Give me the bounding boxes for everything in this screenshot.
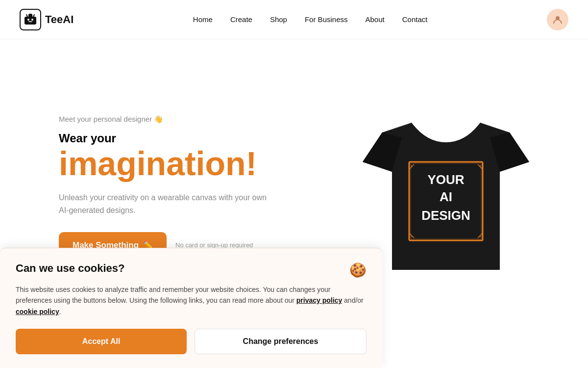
cookie-policy-link[interactable]: cookie policy bbox=[16, 308, 59, 315]
nav-about[interactable]: About bbox=[366, 15, 385, 24]
cookie-icon: 🍪 bbox=[349, 262, 367, 278]
svg-text:AI: AI bbox=[440, 189, 452, 204]
change-preferences-button[interactable]: Change preferences bbox=[195, 329, 367, 354]
svg-point-2 bbox=[27, 19, 29, 21]
cookie-title: Can we use cookies? bbox=[16, 262, 125, 275]
hero-title-line1: Wear your bbox=[59, 131, 116, 145]
hero-subtitle: Unleash your creativity on a wearable ca… bbox=[59, 191, 274, 216]
svg-rect-0 bbox=[24, 17, 36, 25]
svg-point-3 bbox=[31, 19, 33, 21]
nav-links: Home Create Shop For Business About Cont… bbox=[193, 15, 428, 24]
tshirt-image: YOUR AI DESIGN bbox=[363, 93, 529, 280]
accept-all-button[interactable]: Accept All bbox=[16, 329, 187, 354]
cookie-header: Can we use cookies? 🍪 bbox=[16, 262, 367, 278]
hero-tshirt: YOUR AI DESIGN bbox=[363, 93, 529, 280]
cookie-body-post: . bbox=[59, 308, 61, 315]
svg-point-19 bbox=[480, 165, 481, 167]
nav-for-business[interactable]: For Business bbox=[305, 15, 348, 24]
cookie-banner: Can we use cookies? 🍪 This website uses … bbox=[0, 248, 382, 368]
user-avatar[interactable] bbox=[547, 9, 568, 30]
svg-text:YOUR: YOUR bbox=[427, 172, 464, 187]
svg-point-21 bbox=[480, 236, 481, 237]
hero-tagline: Meet your personal designer 👋 bbox=[59, 115, 274, 124]
svg-line-6 bbox=[26, 15, 27, 17]
cookie-body-pre: This website uses cookies to analyze tra… bbox=[16, 286, 331, 304]
svg-line-7 bbox=[33, 15, 34, 17]
svg-rect-1 bbox=[28, 14, 32, 18]
cookie-buttons: Accept All Change preferences bbox=[16, 329, 367, 354]
navbar: TeeAI Home Create Shop For Business Abou… bbox=[0, 0, 588, 39]
hero-content: Meet your personal designer 👋 Wear your … bbox=[59, 115, 274, 259]
privacy-policy-link[interactable]: privacy policy bbox=[296, 296, 342, 304]
nav-shop[interactable]: Shop bbox=[270, 15, 287, 24]
cookie-body: This website uses cookies to analyze tra… bbox=[16, 284, 367, 317]
nav-home[interactable]: Home bbox=[193, 15, 213, 24]
logo-icon bbox=[20, 9, 41, 30]
nav-contact[interactable]: Contact bbox=[402, 15, 428, 24]
svg-point-20 bbox=[411, 236, 413, 237]
logo[interactable]: TeeAI bbox=[20, 9, 74, 30]
svg-point-18 bbox=[411, 165, 413, 167]
logo-text: TeeAI bbox=[45, 13, 74, 26]
cookie-body-mid: and/or bbox=[342, 296, 364, 304]
hero-title: Wear your imagination! bbox=[59, 131, 274, 182]
nav-create[interactable]: Create bbox=[230, 15, 252, 24]
hero-title-line2: imagination! bbox=[59, 145, 274, 182]
svg-text:DESIGN: DESIGN bbox=[421, 208, 470, 223]
